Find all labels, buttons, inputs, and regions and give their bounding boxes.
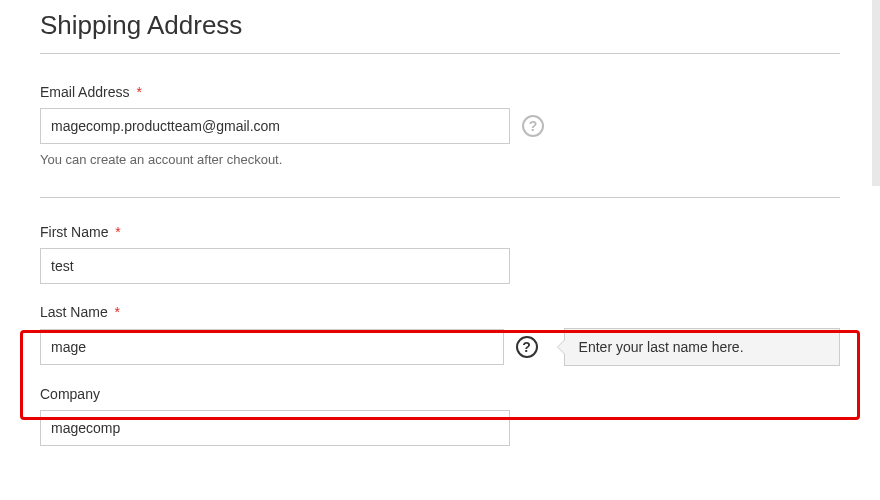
email-input-row: ? xyxy=(40,108,840,144)
tooltip-arrow-icon xyxy=(557,339,565,355)
email-label: Email Address * xyxy=(40,84,840,100)
email-input[interactable] xyxy=(40,108,510,144)
help-icon[interactable]: ? xyxy=(522,115,544,137)
company-label-text: Company xyxy=(40,386,100,402)
tooltip-text: Enter your last name here. xyxy=(579,339,744,355)
first-name-label: First Name * xyxy=(40,224,840,240)
page-title: Shipping Address xyxy=(40,10,840,41)
scrollbar[interactable] xyxy=(872,0,880,186)
last-name-label-text: Last Name xyxy=(40,304,108,320)
help-icon[interactable]: ? xyxy=(516,336,538,358)
company-label: Company xyxy=(40,386,840,402)
section-divider xyxy=(40,197,840,198)
company-field: Company xyxy=(40,386,840,446)
company-input[interactable] xyxy=(40,410,510,446)
last-name-label: Last Name * xyxy=(40,304,840,320)
company-input-row xyxy=(40,410,840,446)
last-name-field: Last Name * ? Enter your last name here. xyxy=(40,304,840,366)
email-hint: You can create an account after checkout… xyxy=(40,152,840,167)
title-divider xyxy=(40,53,840,54)
required-mark: * xyxy=(115,224,120,240)
email-field: Email Address * ? You can create an acco… xyxy=(40,84,840,167)
first-name-input-row xyxy=(40,248,840,284)
first-name-input[interactable] xyxy=(40,248,510,284)
last-name-input[interactable] xyxy=(40,329,504,365)
first-name-label-text: First Name xyxy=(40,224,108,240)
first-name-field: First Name * xyxy=(40,224,840,284)
last-name-input-row: ? Enter your last name here. xyxy=(40,328,840,366)
required-mark: * xyxy=(136,84,141,100)
required-mark: * xyxy=(115,304,120,320)
last-name-tooltip: Enter your last name here. xyxy=(564,328,840,366)
email-label-text: Email Address xyxy=(40,84,129,100)
